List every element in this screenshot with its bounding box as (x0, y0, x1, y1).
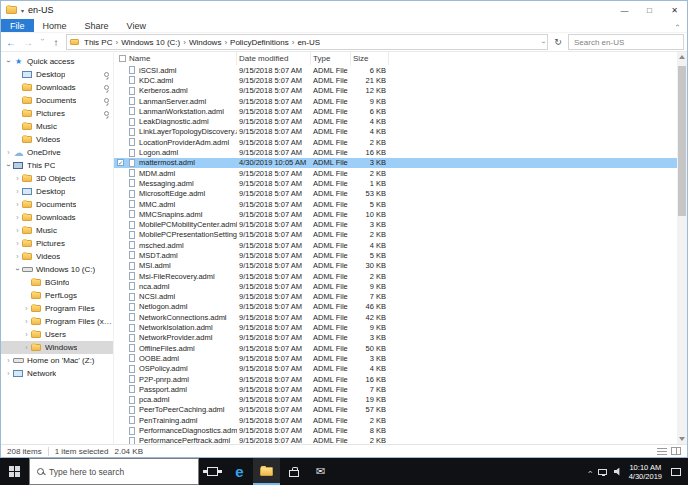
hidden-icons-chevron-icon[interactable]: › (584, 470, 594, 473)
collapse-chevron-icon[interactable]: › (14, 265, 21, 274)
file-row-ospolicy-adml[interactable]: OSPolicy.adml9/15/2018 5:07 AMADML File4… (114, 364, 677, 374)
collapse-chevron-icon[interactable]: › (5, 161, 12, 170)
file-row-networkisolation-adml[interactable]: NetworkIsolation.adml9/15/2018 5:07 AMAD… (114, 322, 677, 332)
file-row-mobilepcmobilitycenter-adml[interactable]: MobilePCMobilityCenter.adml9/15/2018 5:0… (114, 219, 677, 229)
network-icon[interactable] (598, 469, 607, 475)
file-explorer-taskbar-button[interactable] (253, 458, 280, 485)
sidebar-item-documents[interactable]: ›Documents (1, 94, 113, 107)
titlebar[interactable]: ▾ en-US — □ ✕ (1, 1, 687, 19)
file-row-mdm-adml[interactable]: MDM.adml9/15/2018 5:07 AMADML File2 KB (114, 168, 677, 178)
sidebar-item-3d-objects[interactable]: ›3D Objects (1, 172, 113, 185)
file-row-kerberos-adml[interactable]: Kerberos.adml9/15/2018 5:07 AMADML File1… (114, 86, 677, 96)
taskbar-clock[interactable]: 10:10 AM 4/30/2019 (629, 463, 662, 481)
sidebar-item-pictures[interactable]: ›Pictures (1, 107, 113, 120)
file-row-kdc-adml[interactable]: KDC.adml9/15/2018 5:07 AMADML File21 KB (114, 75, 677, 85)
file-row-networkconnections-adml[interactable]: NetworkConnections.adml9/15/2018 5:07 AM… (114, 312, 677, 322)
checked-checkbox-icon[interactable]: ✓ (117, 159, 124, 166)
expand-chevron-icon[interactable]: › (4, 357, 13, 364)
sidebar-item-bginfo[interactable]: ›BGinfo (1, 276, 113, 289)
volume-icon[interactable] (614, 468, 622, 476)
file-row-performanceperftrack-adml[interactable]: PerformancePerftrack.adml9/15/2018 5:07 … (114, 436, 677, 444)
menu-tab-home[interactable]: Home (34, 19, 76, 32)
breadcrumb-item-windows[interactable]: Windows (186, 38, 224, 47)
scrollbar-thumb[interactable] (678, 66, 686, 216)
file-row-lanmanworkstation-adml[interactable]: LanmanWorkstation.adml9/15/2018 5:07 AMA… (114, 106, 677, 116)
collapse-chevron-icon[interactable]: › (5, 57, 12, 66)
address-dropdown-icon[interactable]: › (539, 41, 546, 43)
menu-tab-view[interactable]: View (118, 19, 155, 32)
action-center-icon[interactable] (671, 468, 681, 476)
file-row-locationprovideradm-adml[interactable]: LocationProviderAdm.adml9/15/2018 5:07 A… (114, 137, 677, 147)
sidebar-item-onedrive[interactable]: ›☁OneDrive (1, 146, 113, 159)
file-row-msched-adml[interactable]: msched.adml9/15/2018 5:07 AMADML File4 K… (114, 240, 677, 250)
file-row-msdt-adml[interactable]: MSDT.adml9/15/2018 5:07 AMADML File5 KB (114, 250, 677, 260)
search-input[interactable]: Search en-US (568, 34, 684, 50)
details-view-icon[interactable] (657, 448, 667, 455)
menu-tab-file[interactable]: File (1, 19, 34, 32)
expand-chevron-icon[interactable]: › (13, 175, 22, 182)
forward-button[interactable]: → (21, 37, 35, 48)
file-row-nca-adml[interactable]: nca.adml9/15/2018 5:07 AMADML File9 KB (114, 281, 677, 291)
file-row-messaging-adml[interactable]: Messaging.adml9/15/2018 5:07 AMADML File… (114, 178, 677, 188)
quick-access-toolbar-chevron-icon[interactable]: ▾ (21, 7, 24, 14)
file-row-netlogon-adml[interactable]: Netlogon.adml9/15/2018 5:07 AMADML File4… (114, 302, 677, 312)
scroll-up-button[interactable] (677, 52, 687, 62)
column-header-name[interactable]: Name (127, 52, 237, 65)
sidebar-item-this-pc[interactable]: ›This PC (1, 159, 113, 172)
breadcrumb-item-windows-10-c[interactable]: Windows 10 (C:) (118, 38, 183, 47)
file-row-mmc-adml[interactable]: MMC.adml9/15/2018 5:07 AMADML File5 KB (114, 199, 677, 209)
file-row-ncsi-adml[interactable]: NCSI.adml9/15/2018 5:07 AMADML File7 KB (114, 292, 677, 302)
expand-chevron-icon[interactable]: › (13, 227, 22, 234)
ribbon-expand-icon[interactable]: › (673, 24, 682, 27)
expand-chevron-icon[interactable]: › (13, 201, 22, 208)
sidebar-item-windows[interactable]: ›Windows (1, 341, 113, 354)
file-row-leakdiagnostic-adml[interactable]: LeakDiagnostic.adml9/15/2018 5:07 AMADML… (114, 116, 677, 126)
file-row-offlinefiles-adml[interactable]: OfflineFiles.adml9/15/2018 5:07 AMADML F… (114, 343, 677, 353)
file-row-mobilepcpresentationsettings-adml[interactable]: MobilePCPresentationSettings.adml9/15/20… (114, 230, 677, 240)
sidebar-item-downloads[interactable]: ›Downloads (1, 211, 113, 224)
sidebar-item-quick-access[interactable]: ›★Quick access (1, 55, 113, 68)
start-button[interactable] (0, 458, 29, 485)
sidebar-item-videos[interactable]: ›Videos (1, 250, 113, 263)
expand-chevron-icon[interactable]: › (13, 240, 22, 247)
back-button[interactable]: ← (4, 37, 18, 48)
sidebar-item-windows-10-c[interactable]: ›Windows 10 (C:) (1, 263, 113, 276)
taskbar-search-input[interactable]: Type here to search (29, 458, 199, 485)
breadcrumb-item-this-pc[interactable]: This PC (81, 38, 115, 47)
sidebar-item-videos[interactable]: ›Videos (1, 133, 113, 146)
sidebar-item-music[interactable]: ›Music (1, 224, 113, 237)
menu-tab-share[interactable]: Share (76, 19, 118, 32)
sidebar-item-downloads[interactable]: ›Downloads (1, 81, 113, 94)
file-row-msi-filerecovery-adml[interactable]: Msi-FileRecovery.adml9/15/2018 5:07 AMAD… (114, 271, 677, 281)
sidebar-item-program-files[interactable]: ›Program Files (1, 302, 113, 315)
sidebar-item-music[interactable]: ›Music (1, 120, 113, 133)
sidebar-item-program-files-x86[interactable]: ›Program Files (x86) (1, 315, 113, 328)
sidebar-item-desktop[interactable]: ›Desktop (1, 68, 113, 81)
file-row-oobe-adml[interactable]: OOBE.adml9/15/2018 5:07 AMADML File3 KB (114, 353, 677, 363)
close-button[interactable]: ✕ (662, 1, 687, 19)
expand-chevron-icon[interactable]: › (22, 305, 31, 312)
file-row-performancediagnostics-adml[interactable]: PerformanceDiagnostics.adml9/15/2018 5:0… (114, 425, 677, 435)
file-row-passport-adml[interactable]: Passport.adml9/15/2018 5:07 AMADML File7… (114, 384, 677, 394)
sidebar-item-home-on-mac-z[interactable]: ›Home on 'Mac' (Z:) (1, 354, 113, 367)
column-header-type[interactable]: Type (311, 52, 351, 65)
expand-chevron-icon[interactable]: › (22, 318, 31, 325)
recent-locations-icon[interactable]: › (39, 38, 46, 46)
maximize-button[interactable]: □ (637, 1, 662, 19)
expand-chevron-icon[interactable]: › (4, 149, 13, 156)
scroll-down-button[interactable] (677, 434, 687, 444)
expand-chevron-icon[interactable]: › (13, 188, 22, 195)
file-row-mattermost-adml[interactable]: ✓mattermost.adml4/30/2019 10:05 AMADML F… (114, 158, 677, 168)
file-row-lanmanserver-adml[interactable]: LanmanServer.adml9/15/2018 5:07 AMADML F… (114, 96, 677, 106)
breadcrumb-item-en-us[interactable]: en-US (294, 38, 323, 47)
sidebar-item-pictures[interactable]: ›Pictures (1, 237, 113, 250)
minimize-button[interactable]: — (612, 1, 637, 19)
select-all-checkbox[interactable] (114, 52, 127, 65)
sidebar-item-documents[interactable]: ›Documents (1, 198, 113, 211)
breadcrumb-item-policydefinitions[interactable]: PolicyDefinitions (227, 38, 292, 47)
file-row-pentraining-adml[interactable]: PenTraining.adml9/15/2018 5:07 AMADML Fi… (114, 415, 677, 425)
file-row-iscsi-adml[interactable]: iSCSI.adml9/15/2018 5:07 AMADML File6 KB (114, 65, 677, 75)
sidebar-item-perflogs[interactable]: ›PerfLogs (1, 289, 113, 302)
large-icons-view-icon[interactable] (671, 447, 681, 455)
store-taskbar-button[interactable] (280, 458, 307, 485)
